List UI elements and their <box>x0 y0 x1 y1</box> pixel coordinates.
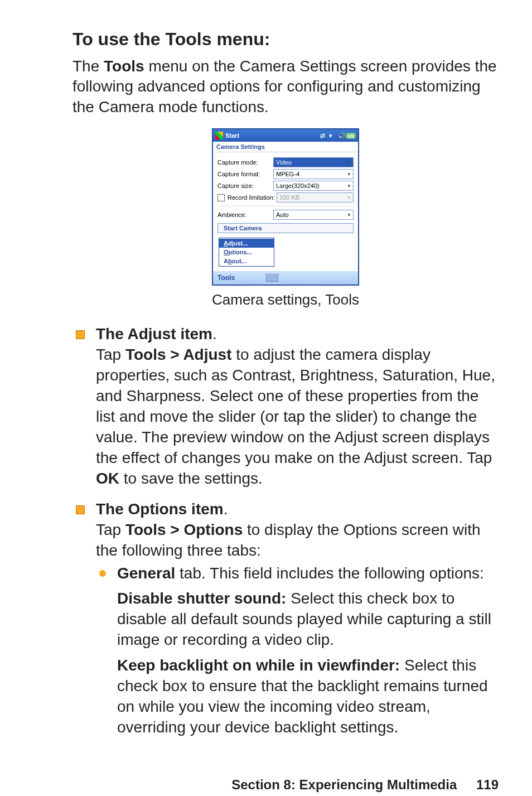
row-capture-mode: Capture mode: Video <box>217 157 354 167</box>
keyboard-icon[interactable] <box>266 274 278 282</box>
label-capture-size: Capture size: <box>217 182 273 189</box>
checkbox-record-limit[interactable] <box>217 194 225 201</box>
bullet-options-bold: Tools > Options <box>125 521 243 538</box>
start-label[interactable]: Start <box>225 132 239 139</box>
bullet-adjust-ok: OK <box>96 470 119 487</box>
bullet-options: The Options item. Tap Tools > Options to… <box>72 499 499 738</box>
titlebar: Start ⇄ ▾ 🔊 ok <box>213 129 358 142</box>
bullet-list: The Adjust item. Tap Tools > Adjust to a… <box>72 324 499 738</box>
heading-tools-menu: To use the Tools menu: <box>72 29 499 50</box>
tools-menu-popup: Adjust... Options... About... <box>219 238 274 267</box>
bottom-bar: Tools <box>213 271 358 284</box>
camera-settings-screenshot: Start ⇄ ▾ 🔊 ok Camera Settings Capture m… <box>212 128 359 286</box>
sub-bullet-general: General tab. This field includes the fol… <box>96 563 499 739</box>
row-capture-format: Capture format: MPEG-4 <box>217 169 354 179</box>
bullet-adjust-tap-bold: Tools > Adjust <box>125 346 232 363</box>
bullet-options-pre: Tap <box>96 521 125 538</box>
menu-item-adjust[interactable]: Adjust... <box>219 239 274 248</box>
bullet-adjust-tap-pre: Tap <box>96 346 125 363</box>
screenshot-caption: Camera settings, Tools <box>72 291 499 308</box>
menu-item-about[interactable]: About... <box>219 257 274 266</box>
connectivity-icon: ⇄ <box>320 132 327 139</box>
intro-paragraph: The Tools menu on the Camera Settings sc… <box>72 56 499 117</box>
screenshot-container: Start ⇄ ▾ 🔊 ok Camera Settings Capture m… <box>72 128 499 286</box>
speaker-icon: 🔊 <box>338 132 345 139</box>
menu-item-options[interactable]: Options... <box>219 248 274 257</box>
row-ambience: Ambience: Auto <box>217 210 354 220</box>
general-post: tab. This field includes the following o… <box>175 565 484 582</box>
select-capture-mode[interactable]: Video <box>273 157 354 167</box>
label-capture-mode: Capture mode: <box>217 159 273 166</box>
intro-pre: The <box>72 57 104 75</box>
ok-button[interactable]: ok <box>346 133 356 139</box>
keep-backlight-paragraph: Keep backlight on while in viewfinder: S… <box>117 655 499 738</box>
bullet-adjust: The Adjust item. Tap Tools > Adjust to a… <box>72 324 499 489</box>
footer-section: Section 8: Experiencing Multimedia <box>231 777 457 792</box>
select-capture-format[interactable]: MPEG-4 <box>273 169 354 179</box>
select-ambience[interactable]: Auto <box>273 210 354 220</box>
select-record-limit: 100 KB <box>277 192 354 202</box>
label-record-limit: Record limitation: <box>228 194 277 201</box>
label-ambience: Ambience: <box>217 211 273 218</box>
tools-softkey[interactable]: Tools <box>217 274 235 282</box>
select-capture-size[interactable]: Large(320x240) <box>273 181 354 191</box>
general-bold: General <box>117 565 175 582</box>
keep-bold: Keep backlight on while in viewfinder: <box>117 657 400 674</box>
row-record-limit: Record limitation: 100 KB <box>217 192 354 202</box>
bullet-adjust-post: to save the settings. <box>119 470 263 487</box>
bullet-adjust-mid: to adjust the camera display properties,… <box>96 346 495 466</box>
intro-bold-tools: Tools <box>104 57 144 75</box>
disable-bold: Disable shutter sound: <box>117 590 286 607</box>
divider <box>217 206 354 206</box>
start-camera-button[interactable]: Start Camera <box>217 223 354 233</box>
label-capture-format: Capture format: <box>217 171 273 177</box>
sub-bullet-list: General tab. This field includes the fol… <box>96 563 499 739</box>
signal-icon: ▾ <box>329 132 336 139</box>
screen-header: Camera Settings <box>213 142 358 152</box>
bullet-adjust-title: The Adjust item <box>96 325 212 342</box>
disable-shutter-paragraph: Disable shutter sound: Select this check… <box>117 588 499 650</box>
start-flag-icon <box>215 132 223 139</box>
page-footer: Section 8: Experiencing Multimedia 119 <box>72 777 499 793</box>
bullet-options-title: The Options item <box>96 500 224 518</box>
footer-page-number: 119 <box>476 777 499 792</box>
row-capture-size: Capture size: Large(320x240) <box>217 181 354 191</box>
